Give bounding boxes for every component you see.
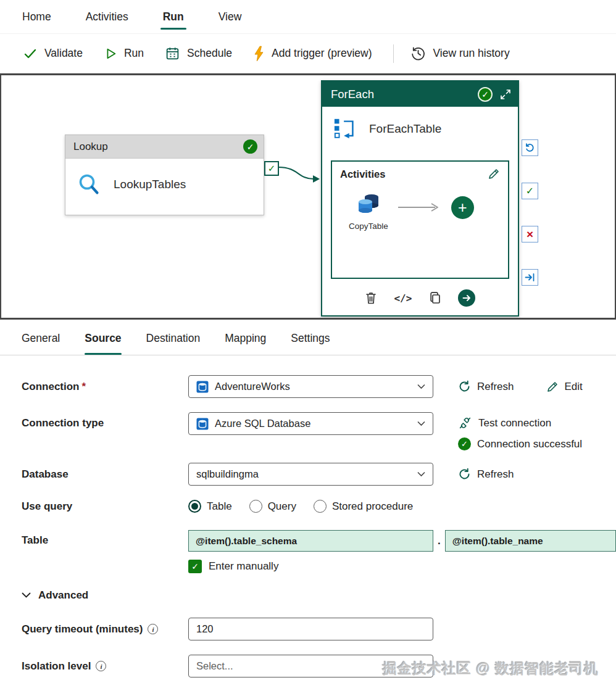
- enter-manually-row: ✓ Enter manually: [188, 560, 616, 573]
- edit-pencil-icon: [546, 381, 559, 393]
- foreach-success-badge-icon: ✓: [478, 87, 493, 102]
- test-connection-label: Test connection: [478, 417, 551, 429]
- foreach-footer-toolbar: </>: [322, 284, 518, 312]
- expand-icon[interactable]: [500, 89, 511, 100]
- chevron-down-icon: [417, 384, 425, 389]
- lookup-output-port[interactable]: ✓: [264, 161, 279, 176]
- success-check-badge-icon: ✓: [458, 437, 471, 450]
- menu-item-run[interactable]: Run: [162, 8, 185, 26]
- enter-manually-label: Enter manually: [209, 560, 278, 573]
- schedule-label: Schedule: [187, 47, 232, 60]
- radio-table[interactable]: Table: [188, 500, 232, 513]
- isolation-level-dropdown[interactable]: Select...: [188, 655, 433, 677]
- radio-query[interactable]: Query: [249, 500, 296, 513]
- advanced-toggle[interactable]: Advanced: [22, 589, 616, 602]
- test-connection-button[interactable]: Test connection: [458, 416, 582, 429]
- enter-manually-checkbox[interactable]: ✓: [188, 560, 202, 573]
- foreach-activity-name: ForEachTable: [369, 122, 441, 136]
- lookup-activity-name: LookupTables: [114, 178, 186, 191]
- isolation-level-placeholder: Select...: [196, 660, 411, 672]
- radio-stored-procedure-label: Stored procedure: [332, 500, 413, 513]
- database-refresh-button[interactable]: Refresh: [458, 468, 514, 481]
- connection-refresh-button[interactable]: Refresh: [458, 380, 514, 393]
- radio-query-label: Query: [268, 500, 296, 513]
- query-timeout-label: Query timeout (minutes) i: [22, 623, 188, 636]
- lookup-activity-card[interactable]: Lookup ✓ LookupTables: [65, 135, 264, 215]
- required-asterisk: *: [82, 381, 86, 393]
- foreach-activity-container[interactable]: ForEach ✓ ForEachTable Activities: [321, 80, 519, 317]
- lookup-success-badge-icon: ✓: [243, 139, 257, 154]
- database-dropdown[interactable]: sqlbuildingma: [188, 463, 433, 486]
- tab-destination[interactable]: Destination: [146, 332, 201, 355]
- sql-database-icon: [196, 418, 209, 430]
- isolation-level-row: Isolation level i Select...: [22, 655, 616, 677]
- foreach-header: ForEach ✓: [322, 81, 518, 107]
- copy-activity-node[interactable]: CopyTable: [349, 193, 388, 231]
- delete-trash-icon[interactable]: [365, 291, 377, 305]
- lightning-icon: [253, 46, 265, 62]
- lookup-type-label: Lookup: [73, 141, 243, 153]
- menubar: Home Activities Run View: [0, 0, 616, 34]
- add-trigger-button[interactable]: Add trigger (preview): [245, 40, 380, 67]
- activities-panel-header: Activities: [340, 168, 500, 180]
- validate-label: Validate: [44, 47, 83, 60]
- run-button[interactable]: Run: [96, 41, 152, 66]
- menu-item-home[interactable]: Home: [21, 8, 52, 26]
- database-refresh-label: Refresh: [477, 468, 514, 481]
- menu-item-activities[interactable]: Activities: [85, 8, 130, 26]
- success-check-icon: ✓: [526, 185, 534, 197]
- loop-arrow-icon: [525, 143, 535, 153]
- on-skip-port[interactable]: [522, 269, 538, 286]
- copy-table-database-icon: [355, 193, 382, 217]
- run-label: Run: [124, 47, 144, 60]
- connection-row: Connection* AdventureWorks Refresh Edit: [22, 375, 616, 398]
- add-activity-plus-button[interactable]: +: [451, 196, 474, 219]
- failure-x-icon: ×: [527, 228, 533, 240]
- tab-source[interactable]: Source: [85, 332, 121, 355]
- on-success-port[interactable]: ✓: [522, 183, 538, 199]
- connection-label: Connection*: [22, 381, 188, 393]
- on-failure-port[interactable]: ×: [522, 226, 538, 242]
- radio-stored-procedure[interactable]: Stored procedure: [314, 500, 413, 513]
- validate-button[interactable]: Validate: [15, 41, 91, 67]
- code-view-icon[interactable]: </>: [394, 292, 412, 304]
- on-completion-port[interactable]: [522, 139, 538, 156]
- info-icon[interactable]: i: [148, 624, 158, 634]
- tab-mapping[interactable]: Mapping: [225, 332, 266, 355]
- tab-settings[interactable]: Settings: [291, 332, 330, 355]
- tab-general[interactable]: General: [22, 332, 60, 355]
- chevron-down-icon: [417, 421, 425, 426]
- toolbar: Validate Run Schedule Add trigger (previ…: [0, 34, 616, 73]
- table-name-input[interactable]: @item().table_name: [445, 530, 616, 552]
- navigate-arrow-button[interactable]: [458, 289, 475, 307]
- property-tabs: General Source Destination Mapping Setti…: [0, 320, 616, 355]
- use-query-label: Use query: [22, 500, 188, 513]
- pipeline-canvas[interactable]: Lookup ✓ LookupTables ✓ ForEach ✓: [0, 73, 616, 320]
- schedule-button[interactable]: Schedule: [157, 40, 240, 67]
- clone-copy-icon[interactable]: [429, 291, 441, 305]
- connection-value: AdventureWorks: [215, 381, 411, 392]
- connection-type-label: Connection type: [22, 412, 188, 429]
- info-icon[interactable]: i: [96, 661, 106, 671]
- toolbar-separator: [393, 44, 394, 63]
- connection-success-status: ✓ Connection successful: [458, 437, 582, 450]
- chevron-down-icon: [417, 663, 425, 669]
- connection-dropdown[interactable]: AdventureWorks: [188, 375, 433, 398]
- menu-item-view[interactable]: View: [217, 8, 243, 26]
- refresh-icon: [458, 468, 471, 481]
- refresh-icon: [458, 380, 471, 393]
- view-run-history-label: View run history: [433, 47, 509, 60]
- table-schema-input[interactable]: @item().table_schema: [188, 530, 433, 552]
- view-run-history-button[interactable]: View run history: [402, 40, 517, 67]
- isolation-level-label: Isolation level i: [22, 660, 188, 673]
- table-params-inputs: @item().table_schema . @item().table_nam…: [188, 530, 616, 552]
- radio-table-label: Table: [207, 500, 232, 513]
- edit-activities-pencil-icon[interactable]: [488, 168, 500, 180]
- query-timeout-input[interactable]: [188, 618, 433, 640]
- advanced-label: Advanced: [38, 589, 88, 602]
- foreach-activities-panel[interactable]: Activities: [331, 160, 509, 279]
- connection-edit-label: Edit: [565, 381, 583, 393]
- connection-type-dropdown[interactable]: Azure SQL Database: [188, 412, 433, 435]
- lookup-card-body: LookupTables: [65, 159, 264, 210]
- connection-edit-button[interactable]: Edit: [546, 381, 583, 393]
